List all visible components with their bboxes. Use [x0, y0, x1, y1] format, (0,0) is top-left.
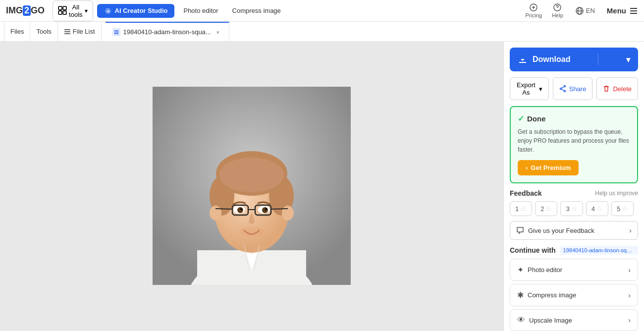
upscale-tool-icon: 👁	[517, 316, 525, 325]
photo-editor-arrow-icon: ›	[628, 266, 631, 274]
photo-editor-tool-label: Photo editor	[528, 266, 562, 274]
checkmark-icon: ✓	[518, 114, 524, 123]
star-3-label: 3	[566, 205, 569, 213]
action-row: Export As ▾ Share Delete	[510, 77, 638, 100]
grid-icon	[58, 6, 67, 15]
download-button[interactable]: Download ▾	[510, 48, 638, 71]
compress-tool-left: ✱ Compress image	[517, 290, 576, 300]
star-2-label: 2	[540, 205, 544, 213]
star-4-icon: ☆	[596, 205, 603, 213]
give-feedback-button[interactable]: Give us your Feedback ›	[510, 221, 638, 240]
get-premium-label: Get Premium	[531, 164, 571, 171]
photo-editor-tool-link[interactable]: ✦ Photo editor ›	[510, 259, 638, 281]
language-selector[interactable]: EN	[575, 6, 595, 15]
svg-rect-1	[63, 7, 66, 10]
pricing-icon	[529, 3, 538, 12]
star-1-button[interactable]: 1 ☆	[510, 201, 532, 216]
svg-line-32	[271, 209, 288, 209]
give-feedback-label: Give us your Feedback	[528, 227, 594, 234]
photo-editor-nav-button[interactable]: Photo editor	[178, 4, 223, 17]
top-navigation: IMG 2 GO All tools ▾ ✦ AI Creator Studio…	[0, 0, 644, 22]
svg-rect-2	[58, 11, 62, 15]
continue-filename: 19840410-adam-tinson-square_out.jpg	[560, 246, 638, 255]
share-icon	[559, 85, 566, 92]
menu-button[interactable]: Menu	[607, 6, 638, 15]
upscale-arrow-icon: ›	[628, 316, 631, 324]
share-label: Share	[569, 85, 587, 93]
help-nav-item[interactable]: Help	[552, 3, 563, 18]
share-button[interactable]: Share	[553, 77, 593, 100]
done-title-text: Done	[527, 114, 546, 123]
compress-image-tool-link[interactable]: ✱ Compress image ›	[510, 284, 638, 306]
tools-label: Tools	[36, 28, 51, 35]
star-3-button[interactable]: 3 ☆	[560, 201, 583, 216]
upscale-tool-left: 👁 Upscale Image	[517, 316, 572, 325]
file-list-button[interactable]: File List	[58, 22, 102, 41]
feedback-link-left: Give us your Feedback	[516, 226, 594, 234]
svg-point-36	[564, 86, 565, 87]
tools-button[interactable]: Tools	[30, 22, 57, 41]
compress-tool-icon: ✱	[517, 290, 524, 300]
photo-editor-tool-left: ✦ Photo editor	[517, 265, 562, 275]
star-1-label: 1	[515, 205, 519, 213]
export-as-button[interactable]: Export As ▾	[510, 77, 549, 100]
svg-point-21	[282, 206, 294, 221]
feedback-section: Feedback Help us improve 1 ☆ 2 ☆ 3 ☆ 4	[510, 189, 638, 240]
download-icon	[518, 55, 528, 64]
continue-header: Continue with 19840410-adam-tinson-squar…	[510, 246, 638, 255]
help-icon	[553, 3, 562, 12]
done-card: ✓ Done Get a subscription to bypass the …	[510, 106, 638, 183]
chevron-down-icon: ▾	[85, 7, 88, 14]
help-improve-label: Help us improve	[595, 190, 638, 197]
svg-line-39	[561, 87, 564, 88]
download-divider	[598, 54, 598, 65]
compress-tool-label: Compress image	[528, 291, 576, 299]
globe-icon	[575, 6, 584, 15]
star-5-button[interactable]: 5 ☆	[611, 201, 634, 216]
star-5-label: 5	[617, 205, 620, 213]
star-5-icon: ☆	[622, 205, 628, 213]
svg-rect-3	[63, 11, 66, 15]
logo-suffix: GO	[31, 5, 45, 16]
svg-rect-0	[58, 7, 62, 10]
list-icon	[64, 28, 71, 35]
ai-creator-button[interactable]: ✦ AI Creator Studio	[97, 4, 175, 18]
files-button[interactable]: Files	[4, 22, 30, 41]
active-tab[interactable]: 🖼 19840410-adam-tinson-squa... ×	[106, 22, 229, 41]
photo-editor-tool-icon: ✦	[517, 265, 524, 275]
get-premium-button[interactable]: › Get Premium	[518, 160, 579, 175]
logo-number: 2	[23, 5, 31, 16]
done-description: Get a subscription to bypass the queue, …	[518, 127, 630, 154]
download-btn-left: Download	[518, 55, 570, 64]
preview-image	[153, 87, 351, 285]
feedback-header: Feedback Help us improve	[510, 189, 638, 197]
hamburger-icon	[629, 6, 638, 15]
file-list-label: File List	[73, 28, 95, 35]
logo-prefix: IMG	[6, 5, 23, 16]
svg-point-25	[262, 207, 268, 213]
star-1-icon: ☆	[520, 205, 527, 213]
svg-point-33	[239, 226, 264, 236]
right-panel: Download ▾ Export As ▾ Share	[503, 42, 644, 331]
arrow-right-icon: ›	[526, 164, 528, 171]
pricing-nav-item[interactable]: Pricing	[526, 3, 542, 18]
upscale-tool-link[interactable]: 👁 Upscale Image ›	[510, 309, 638, 331]
tab-close-button[interactable]: ×	[214, 28, 222, 36]
star-2-button[interactable]: 2 ☆	[535, 201, 557, 216]
tab-filename: 19840410-adam-tinson-squa...	[123, 28, 211, 36]
image-container	[153, 87, 351, 286]
logo[interactable]: IMG 2 GO	[6, 5, 45, 16]
svg-point-38	[560, 88, 561, 90]
compress-image-nav-button[interactable]: Compress image	[227, 4, 286, 17]
delete-button[interactable]: Delete	[596, 77, 638, 100]
svg-point-19	[219, 158, 284, 192]
star-4-button[interactable]: 4 ☆	[586, 201, 608, 216]
all-tools-button[interactable]: All tools ▾	[53, 0, 93, 21]
export-as-label: Export As	[516, 81, 536, 96]
upscale-tool-label: Upscale Image	[529, 317, 572, 324]
download-label: Download	[533, 55, 570, 64]
star-rating-row: 1 ☆ 2 ☆ 3 ☆ 4 ☆ 5 ☆	[510, 201, 638, 216]
star-2-icon: ☆	[545, 205, 552, 213]
export-chevron-icon: ▾	[539, 85, 542, 93]
continue-label: Continue with	[510, 246, 556, 254]
